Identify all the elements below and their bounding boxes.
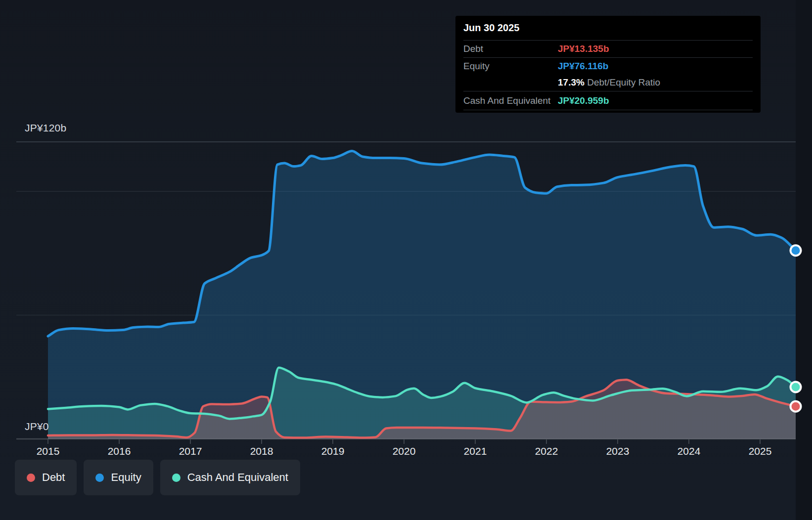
legend-item-debt[interactable]: Debt xyxy=(15,460,77,495)
x-axis-label-2021: 2021 xyxy=(464,445,487,457)
legend-dot xyxy=(95,474,104,482)
legend: DebtEquityCash And Equivalent xyxy=(15,460,300,495)
legend-item-equity[interactable]: Equity xyxy=(84,460,153,495)
tooltip-cash-value: JP¥20.959b xyxy=(558,95,753,106)
legend-dot xyxy=(172,474,180,482)
x-axis-label-2019: 2019 xyxy=(321,445,345,457)
chart-root: JP¥120b JP¥0 201520162017201820192020202… xyxy=(0,0,812,520)
debt-end-marker xyxy=(791,401,801,412)
legend-label: Debt xyxy=(42,471,65,484)
x-axis-label-2020: 2020 xyxy=(393,445,416,457)
tooltip-debt-label: Debt xyxy=(463,43,558,54)
x-axis-label-2017: 2017 xyxy=(179,445,202,457)
y-axis-zero-label: JP¥0 xyxy=(25,421,49,433)
tooltip: Jun 30 2025 Debt JP¥13.135b Equity JP¥76… xyxy=(455,16,761,113)
x-axis-label-2025: 2025 xyxy=(749,445,772,457)
tooltip-row-equity: Equity JP¥76.116b xyxy=(463,58,753,74)
tooltip-debt-value: JP¥13.135b xyxy=(558,43,753,54)
x-axis-label-2016: 2016 xyxy=(108,445,131,457)
x-axis-label-2018: 2018 xyxy=(250,445,273,457)
cash-and-equivalent-end-marker xyxy=(791,382,801,392)
legend-dot xyxy=(27,474,35,482)
equity-end-marker xyxy=(791,245,801,256)
tooltip-date: Jun 30 2025 xyxy=(463,16,753,41)
tooltip-ratio-value: 17.3% xyxy=(558,77,585,87)
y-axis-top-label: JP¥120b xyxy=(25,122,66,134)
page-right-margin xyxy=(796,0,812,520)
tooltip-row-cash: Cash And Equivalent JP¥20.959b xyxy=(463,91,753,110)
legend-item-cash-and-equivalent[interactable]: Cash And Equivalent xyxy=(160,460,300,495)
tooltip-row-debt: Debt JP¥13.135b xyxy=(463,41,753,58)
tooltip-cash-label: Cash And Equivalent xyxy=(463,95,558,106)
legend-label: Cash And Equivalent xyxy=(187,471,288,484)
x-axis-label-2022: 2022 xyxy=(535,445,558,457)
x-axis-label-2024: 2024 xyxy=(677,445,701,457)
tooltip-row-ratio: 17.3% Debt/Equity Ratio xyxy=(463,74,753,91)
tooltip-equity-label: Equity xyxy=(463,61,558,72)
legend-label: Equity xyxy=(111,471,141,484)
x-axis-label-2015: 2015 xyxy=(37,445,60,457)
tooltip-equity-value: JP¥76.116b xyxy=(558,61,753,72)
tooltip-ratio-label: Debt/Equity Ratio xyxy=(587,77,660,87)
x-axis-label-2023: 2023 xyxy=(606,445,630,457)
